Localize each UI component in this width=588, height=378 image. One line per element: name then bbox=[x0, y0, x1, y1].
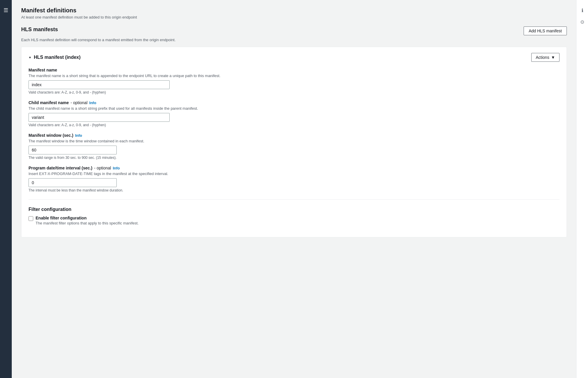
child-manifest-name-section: Child manifest name - optional Info The … bbox=[29, 100, 559, 127]
child-manifest-optional-text: - optional bbox=[71, 100, 88, 105]
program-datetime-desc: Insert EXT-X-PROGRAM-DATE-TIME tags in t… bbox=[29, 171, 559, 176]
child-manifest-desc: The child manifest name is a short strin… bbox=[29, 106, 559, 111]
manifest-card-title-text: HLS manifest (index) bbox=[34, 55, 81, 60]
manifest-window-section: Manifest window (sec.) Info The manifest… bbox=[29, 133, 559, 160]
child-manifest-info-link[interactable]: Info bbox=[89, 101, 96, 105]
child-manifest-name-input[interactable] bbox=[29, 113, 170, 122]
add-hls-manifest-button[interactable]: Add HLS manifest bbox=[524, 26, 567, 35]
filter-config-title: Filter configuration bbox=[29, 207, 559, 212]
info-icon[interactable]: ℹ bbox=[579, 5, 586, 16]
manifest-name-input[interactable] bbox=[29, 80, 170, 89]
manifest-window-label: Manifest window (sec.) Info bbox=[29, 133, 559, 138]
manifest-window-input[interactable] bbox=[29, 146, 117, 154]
page-title: Manifest definitions bbox=[21, 7, 567, 14]
enable-filter-row: Enable filter configuration The manifest… bbox=[29, 216, 559, 225]
program-datetime-info-link[interactable]: Info bbox=[113, 166, 120, 170]
child-manifest-hint: Valid characters are: A-Z, a-z, 0-9, and… bbox=[29, 123, 559, 127]
manifest-card: ▼ HLS manifest (index) Actions ▼ Manifes… bbox=[21, 47, 567, 237]
manifest-window-label-text: Manifest window (sec.) bbox=[29, 133, 73, 138]
manifest-window-info-link[interactable]: Info bbox=[75, 133, 82, 138]
manifest-name-label: Manifest name bbox=[29, 68, 559, 72]
main-content: Manifest definitions At least one manife… bbox=[12, 0, 576, 378]
enable-filter-desc: The manifest filter options that apply t… bbox=[36, 221, 138, 225]
manifest-window-hint: The valid range is from 30 sec. to 900 s… bbox=[29, 156, 559, 160]
enable-filter-checkbox[interactable] bbox=[29, 216, 33, 221]
actions-chevron-icon: ▼ bbox=[551, 55, 555, 60]
child-manifest-name-label: Child manifest name - optional Info bbox=[29, 100, 559, 105]
program-datetime-label-text: Program date/time interval (sec.) bbox=[29, 166, 92, 170]
actions-button[interactable]: Actions ▼ bbox=[531, 53, 559, 62]
program-datetime-optional-text: - optional bbox=[94, 166, 111, 170]
actions-button-label: Actions bbox=[536, 55, 549, 60]
manifest-card-title: ▼ HLS manifest (index) bbox=[29, 55, 81, 60]
hls-section-desc: Each HLS manifest definition will corres… bbox=[21, 38, 567, 42]
manifest-name-section: Manifest name The manifest name is a sho… bbox=[29, 68, 559, 94]
hamburger-icon[interactable]: ☰ bbox=[1, 5, 11, 16]
right-panel: ℹ ⊙ bbox=[576, 0, 588, 378]
manifest-name-desc: The manifest name is a short string that… bbox=[29, 74, 559, 78]
manifest-window-desc: The manifest window is the time window c… bbox=[29, 139, 559, 143]
program-datetime-section: Program date/time interval (sec.) - opti… bbox=[29, 166, 559, 192]
section-divider bbox=[29, 199, 559, 200]
program-datetime-hint: The interval must be less than the manif… bbox=[29, 188, 559, 192]
sidebar-toggle: ☰ bbox=[0, 0, 12, 378]
enable-filter-text: Enable filter configuration The manifest… bbox=[36, 216, 138, 225]
program-datetime-input[interactable] bbox=[29, 178, 117, 187]
child-manifest-label-text: Child manifest name bbox=[29, 100, 69, 105]
page-subtitle: At least one manifest definition must be… bbox=[21, 15, 567, 19]
collapse-icon[interactable]: ▼ bbox=[29, 56, 31, 59]
manifest-name-hint: Valid characters are: A-Z, a-z, 0-9, and… bbox=[29, 90, 559, 94]
settings-icon[interactable]: ⊙ bbox=[577, 16, 587, 28]
manifest-card-header: ▼ HLS manifest (index) Actions ▼ bbox=[29, 53, 559, 62]
hls-section-header: HLS manifests Add HLS manifest bbox=[21, 26, 567, 35]
hls-section-title: HLS manifests bbox=[21, 26, 58, 33]
program-datetime-label: Program date/time interval (sec.) - opti… bbox=[29, 166, 559, 170]
filter-config-section: Filter configuration Enable filter confi… bbox=[29, 207, 559, 225]
enable-filter-label[interactable]: Enable filter configuration bbox=[36, 216, 86, 220]
